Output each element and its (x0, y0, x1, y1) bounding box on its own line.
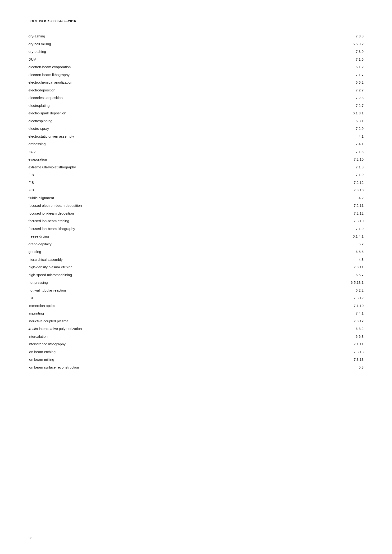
ref-cell: 7.1.8 (263, 163, 364, 171)
ref-cell: 7.1.11 (263, 340, 364, 348)
ref-cell: 7.3.12 (263, 317, 364, 325)
table-row: dry ball milling6.5.9.2 (28, 40, 364, 48)
ref-cell: 7.4.1 (263, 310, 364, 317)
term-cell: ion beam etching (28, 348, 263, 356)
ref-cell: 7.1.9 (263, 225, 364, 233)
term-cell: intercalation (28, 333, 263, 341)
term-cell: dry-ashing (28, 32, 263, 40)
ref-cell: 7.2.8 (263, 94, 364, 102)
ref-cell: 6.5.9.2 (263, 40, 364, 48)
table-row: electrostatic driven assembly4.1 (28, 133, 364, 140)
table-row: high-speed micromachining6.5.7 (28, 271, 364, 279)
table-row: electrospinning6.3.1 (28, 117, 364, 125)
term-cell: in-situ intercalative polymerization (28, 325, 263, 333)
term-cell: grinding (28, 248, 263, 256)
term-cell: embossing (28, 140, 263, 148)
term-cell: hot wall tubular reaction (28, 287, 263, 294)
ref-cell: 4.1 (263, 133, 364, 140)
term-cell: electrospinning (28, 117, 263, 125)
ref-cell: 7.2.11 (263, 202, 364, 210)
term-cell: dry ball milling (28, 40, 263, 48)
term-cell: electroplating (28, 102, 263, 110)
document-header: ГОСТ ISO/TS 80004-8—2016 (28, 19, 364, 23)
term-cell: FIB (28, 171, 263, 179)
table-row: fluidic alignment4.2 (28, 194, 364, 202)
table-row: embossing7.4.1 (28, 140, 364, 148)
ref-cell: 6.1.3.1 (263, 110, 364, 117)
table-row: focused ion-beam lithography7.1.9 (28, 225, 364, 233)
term-cell: freeze drying (28, 233, 263, 240)
ref-cell: 4.3 (263, 256, 364, 264)
table-row: grinding6.5.6 (28, 248, 364, 256)
table-row: inductive coupled plasma7.3.12 (28, 317, 364, 325)
ref-cell: 6.3.2 (263, 325, 364, 333)
table-row: electron-beam evaporation6.1.2 (28, 63, 364, 71)
table-row: extreme ultraviolet lithography7.1.8 (28, 163, 364, 171)
table-row: electrochemical anodization6.6.2 (28, 79, 364, 86)
ref-cell: 7.3.8 (263, 32, 364, 40)
ref-cell: 7.3.10 (263, 217, 364, 225)
term-cell: electron-beam lithography (28, 71, 263, 79)
ref-cell: 7.2.12 (263, 210, 364, 217)
term-cell: evaporation (28, 156, 263, 163)
table-row: focused ion-beam deposition7.2.12 (28, 210, 364, 217)
table-row: in-situ intercalative polymerization6.3.… (28, 325, 364, 333)
table-row: FIB7.3.10 (28, 187, 364, 194)
term-cell: electro-spark deposition (28, 110, 263, 117)
ref-cell: 6.5.7 (263, 271, 364, 279)
page: ГОСТ ISO/TS 80004-8—2016 dry-ashing7.3.8… (0, 0, 392, 554)
ref-cell: 6.5.6 (263, 248, 364, 256)
ref-cell: 6.6.3 (263, 333, 364, 341)
table-row: dry-etching7.3.9 (28, 48, 364, 56)
table-row: DUV7.1.5 (28, 56, 364, 63)
table-row: ion beam etching7.3.13 (28, 348, 364, 356)
term-cell: electrostatic driven assembly (28, 133, 263, 140)
table-row: electroplating7.2.7 (28, 102, 364, 110)
ref-cell: 7.3.11 (263, 263, 364, 271)
term-cell: inductive coupled plasma (28, 317, 263, 325)
ref-cell: 7.2.10 (263, 156, 364, 163)
table-row: hot wall tubular reaction6.2.2 (28, 287, 364, 294)
term-cell: electrochemical anodization (28, 79, 263, 86)
table-row: electron-beam lithography7.1.7 (28, 71, 364, 79)
table-row: FIB7.1.9 (28, 171, 364, 179)
term-cell: DUV (28, 56, 263, 63)
term-cell: immersion optics (28, 302, 263, 310)
ref-cell: 5.2 (263, 240, 364, 248)
table-row: graphioepitaxy5.2 (28, 240, 364, 248)
ref-cell: 6.3.1 (263, 117, 364, 125)
term-cell: imprinting (28, 310, 263, 317)
table-row: electrodeposition7.2.7 (28, 86, 364, 94)
term-cell: ion beam milling (28, 356, 263, 364)
term-cell: dry-etching (28, 48, 263, 56)
table-row: high-density plasma etching7.3.11 (28, 263, 364, 271)
ref-cell: 7.2.12 (263, 179, 364, 187)
table-row: imprinting7.4.1 (28, 310, 364, 317)
ref-cell: 7.2.7 (263, 102, 364, 110)
table-row: immersion optics7.1.10 (28, 302, 364, 310)
ref-cell: 7.3.12 (263, 294, 364, 302)
ref-cell: 6.5.13.1 (263, 279, 364, 287)
table-row: focused ion-beam etching7.3.10 (28, 217, 364, 225)
term-cell: FIB (28, 187, 263, 194)
table-row: electro-spray7.2.9 (28, 125, 364, 133)
table-row: intercalation6.6.3 (28, 333, 364, 341)
term-cell: high-speed micromachining (28, 271, 263, 279)
table-row: ion beam milling7.3.13 (28, 356, 364, 364)
term-cell: extreme ultraviolet lithography (28, 163, 263, 171)
term-cell: hot pressing (28, 279, 263, 287)
ref-cell: 7.3.13 (263, 356, 364, 364)
term-cell: focused ion-beam lithography (28, 225, 263, 233)
ref-cell: 7.1.8 (263, 148, 364, 156)
term-cell: focused electron-beam deposition (28, 202, 263, 210)
term-cell: graphioepitaxy (28, 240, 263, 248)
term-cell: fluidic alignment (28, 194, 263, 202)
table-row: electroless deposition7.2.8 (28, 94, 364, 102)
table-row: electro-spark deposition6.1.3.1 (28, 110, 364, 117)
table-row: hot pressing6.5.13.1 (28, 279, 364, 287)
term-cell: electrodeposition (28, 86, 263, 94)
ref-cell: 4.2 (263, 194, 364, 202)
term-cell: interference lithography (28, 340, 263, 348)
term-cell: EUV (28, 148, 263, 156)
ref-cell: 7.3.9 (263, 48, 364, 56)
